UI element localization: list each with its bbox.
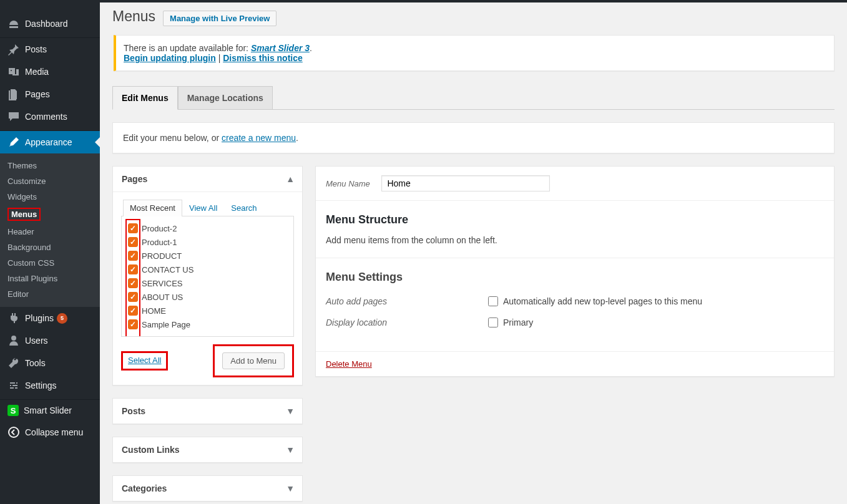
sidebar-item-comments[interactable]: Comments bbox=[0, 105, 100, 128]
posts-postbox: Posts▼ bbox=[112, 398, 303, 424]
live-preview-button[interactable]: Manage with Live Preview bbox=[163, 11, 277, 26]
categories-heading[interactable]: Categories▼ bbox=[113, 476, 302, 501]
sidebar-item-collapse-menu[interactable]: Collapse menu bbox=[0, 421, 100, 443]
sidebar-item-label: Comments bbox=[25, 112, 67, 122]
page-item[interactable]: HOME bbox=[128, 304, 287, 317]
pages-tab-view-all[interactable]: View All bbox=[182, 200, 224, 216]
pages-postbox: Pages▲ Most RecentView AllSearch Product… bbox=[112, 166, 303, 385]
pages-tab-search[interactable]: Search bbox=[224, 200, 263, 216]
chevron-up-icon: ▲ bbox=[286, 174, 295, 184]
settings-icon bbox=[7, 379, 20, 392]
sidebar-item-settings[interactable]: Settings bbox=[0, 374, 100, 397]
tools-icon bbox=[7, 357, 20, 369]
page-checkbox[interactable] bbox=[128, 237, 138, 247]
page-item[interactable]: Product-2 bbox=[128, 221, 287, 235]
plugin-icon bbox=[7, 312, 20, 324]
page-checkbox[interactable] bbox=[128, 306, 138, 316]
select-all-link[interactable]: Select All bbox=[128, 356, 161, 365]
submenu-item-header[interactable]: Header bbox=[0, 224, 100, 240]
chevron-down-icon: ▼ bbox=[286, 445, 295, 455]
page-checkbox[interactable] bbox=[128, 223, 138, 233]
smartslider-icon: S bbox=[7, 405, 19, 416]
page-checkbox[interactable] bbox=[128, 264, 138, 274]
categories-postbox: Categories▼ bbox=[112, 475, 303, 502]
page-item-label: PRODUCT bbox=[142, 251, 182, 261]
menu-name-header: Menu Name bbox=[316, 167, 834, 201]
page-checkbox[interactable] bbox=[128, 251, 138, 261]
submenu-item-install-plugins[interactable]: Install Plugins bbox=[0, 271, 100, 286]
sidebar-item-label: Smart Slider bbox=[24, 405, 72, 415]
page-checkbox[interactable] bbox=[128, 292, 138, 302]
dismiss-notice-link[interactable]: Dismiss this notice bbox=[223, 53, 303, 63]
page-checkbox[interactable] bbox=[128, 319, 138, 329]
brush-icon bbox=[7, 136, 20, 148]
sidebar-item-users[interactable]: Users bbox=[0, 329, 100, 352]
menu-structure-title: Menu Structure bbox=[326, 213, 824, 226]
page-item[interactable]: Sample Page bbox=[128, 317, 287, 331]
page-item[interactable]: SERVICES bbox=[128, 276, 287, 290]
svg-point-0 bbox=[9, 427, 19, 437]
main-content: Menus Manage with Live Preview There is … bbox=[100, 0, 847, 504]
menu-items-sidebar: Pages▲ Most RecentView AllSearch Product… bbox=[112, 166, 303, 504]
create-new-menu-link[interactable]: create a new menu bbox=[222, 133, 296, 143]
page-title: Menus bbox=[112, 2, 155, 27]
auto-add-checkbox-label[interactable]: Automatically add new top-level pages to… bbox=[488, 296, 702, 306]
display-location-label: Display location bbox=[326, 317, 488, 327]
collapse-icon bbox=[7, 426, 20, 439]
sidebar-item-label: Posts bbox=[25, 44, 47, 54]
posts-heading[interactable]: Posts▼ bbox=[113, 399, 302, 424]
submenu-item-background[interactable]: Background bbox=[0, 240, 100, 255]
submenu-item-widgets[interactable]: Widgets bbox=[0, 189, 100, 205]
submenu-item-menus[interactable]: Menus bbox=[0, 205, 100, 224]
pages-heading[interactable]: Pages▲ bbox=[113, 167, 302, 192]
pages-checklist[interactable]: Product-2Product-1PRODUCTCONTACT USSERVI… bbox=[121, 216, 294, 337]
sidebar-item-smart-slider[interactable]: SSmart Slider bbox=[0, 400, 100, 421]
page-item-label: CONTACT US bbox=[142, 265, 193, 274]
begin-update-link[interactable]: Begin updating plugin bbox=[124, 53, 216, 63]
sidebar-item-plugins[interactable]: Plugins5 bbox=[0, 307, 100, 329]
submenu-item-themes[interactable]: Themes bbox=[0, 158, 100, 173]
page-item-label: HOME bbox=[142, 306, 166, 316]
menu-name-input[interactable] bbox=[381, 175, 550, 191]
page-item-label: Product-2 bbox=[142, 224, 177, 233]
auto-add-checkbox[interactable] bbox=[488, 296, 498, 306]
menu-name-label: Menu Name bbox=[326, 179, 370, 188]
sidebar-item-tools[interactable]: Tools bbox=[0, 352, 100, 374]
sidebar-item-label: Pages bbox=[25, 89, 50, 99]
update-notice: There is an update available for: Smart … bbox=[114, 35, 835, 71]
page-item-label: Sample Page bbox=[142, 320, 190, 329]
page-checkbox[interactable] bbox=[128, 278, 138, 288]
notice-plugin-link[interactable]: Smart Slider 3 bbox=[251, 43, 310, 53]
admin-sidebar: DashboardPostsMediaPagesCommentsAppearan… bbox=[0, 0, 100, 504]
sidebar-item-media[interactable]: Media bbox=[0, 61, 100, 83]
sidebar-item-dashboard[interactable]: Dashboard bbox=[0, 12, 100, 35]
sidebar-item-pages[interactable]: Pages bbox=[0, 83, 100, 105]
auto-add-label: Auto add pages bbox=[326, 296, 488, 306]
page-item[interactable]: ABOUT US bbox=[128, 290, 287, 304]
page-item[interactable]: PRODUCT bbox=[128, 249, 287, 263]
display-location-checkbox-label[interactable]: Primary bbox=[488, 317, 533, 327]
sidebar-item-label: Dashboard bbox=[25, 19, 68, 29]
page-item-label: ABOUT US bbox=[142, 293, 183, 302]
submenu-item-editor[interactable]: Editor bbox=[0, 286, 100, 302]
custom-links-heading[interactable]: Custom Links▼ bbox=[113, 437, 302, 462]
pages-tab-most-recent[interactable]: Most Recent bbox=[123, 200, 182, 216]
delete-menu-link[interactable]: Delete Menu bbox=[326, 359, 372, 369]
submenu-item-custom-css[interactable]: Custom CSS bbox=[0, 255, 100, 271]
tab-manage-locations[interactable]: Manage Locations bbox=[178, 86, 273, 109]
comments-icon bbox=[7, 110, 20, 123]
chevron-down-icon: ▼ bbox=[286, 406, 295, 416]
manage-menus-bar: Edit your menu below, or create a new me… bbox=[112, 122, 835, 153]
page-item[interactable]: Product-1 bbox=[128, 235, 287, 249]
sidebar-item-appearance[interactable]: Appearance bbox=[0, 131, 100, 153]
page-item[interactable]: CONTACT US bbox=[128, 263, 287, 276]
submenu-item-customize[interactable]: Customize bbox=[0, 173, 100, 189]
tab-edit-menus[interactable]: Edit Menus bbox=[112, 86, 178, 110]
update-badge: 5 bbox=[57, 313, 67, 324]
page-item-label: SERVICES bbox=[142, 279, 183, 288]
add-to-menu-button[interactable]: Add to Menu bbox=[222, 352, 285, 369]
sidebar-item-posts[interactable]: Posts bbox=[0, 38, 100, 61]
page-item-label: Product-1 bbox=[142, 238, 177, 247]
display-location-checkbox[interactable] bbox=[488, 317, 498, 327]
sidebar-item-label: Users bbox=[25, 336, 48, 346]
